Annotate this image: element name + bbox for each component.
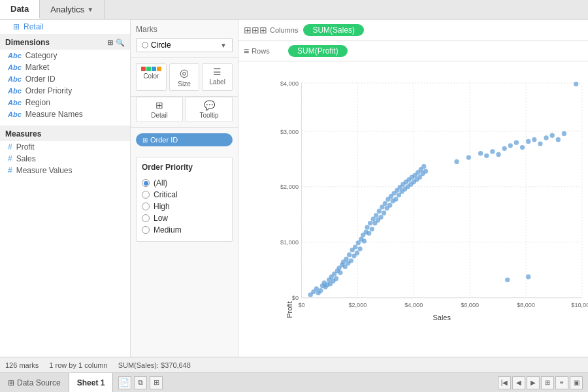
order-id-pill-icon: ⊞ <box>142 137 148 144</box>
filter-all[interactable]: (All) <box>142 177 227 189</box>
filter-medium-radio[interactable] <box>142 226 150 234</box>
rows-shelf-label: ≡ Rows <box>244 46 283 56</box>
svg-point-61 <box>365 225 369 229</box>
columns-pill[interactable]: SUM(Sales) <box>303 24 364 36</box>
color-icon <box>141 67 161 71</box>
tab-analytics[interactable]: Analytics ▼ <box>40 0 105 19</box>
nav-next-button[interactable]: ▶ <box>527 376 540 389</box>
filter-high-radio[interactable] <box>142 203 150 210</box>
measure-profit[interactable]: # Profit <box>0 141 130 153</box>
svg-point-40 <box>334 276 338 281</box>
dim-order-priority-type: Abc <box>8 87 22 95</box>
svg-point-101 <box>454 159 459 164</box>
search-icon[interactable]: 🔍 <box>116 39 125 47</box>
filter-critical-radio[interactable] <box>142 191 150 199</box>
color-button[interactable]: Color <box>136 63 167 91</box>
chart-area: $0 $1,000 $2,000 $3,000 $4,000 $0 $2,000… <box>238 61 588 357</box>
values-hash-icon: # <box>8 166 12 175</box>
nav-grid-button[interactable]: ⊞ <box>541 376 554 389</box>
dim-market[interactable]: Abc Market <box>0 61 130 73</box>
svg-text:$8,000: $8,000 <box>517 302 535 308</box>
svg-point-106 <box>496 152 500 157</box>
filter-all-radio[interactable] <box>142 179 150 187</box>
nav-list-button[interactable]: ≡ <box>555 376 568 389</box>
main-layout: ⊞ Retail Dimensions ⊞ 🔍 Abc Category Abc… <box>0 20 588 357</box>
tab-data[interactable]: Data <box>0 0 40 19</box>
svg-point-103 <box>478 151 483 155</box>
nav-prev-button[interactable]: ◀ <box>512 376 525 389</box>
svg-point-73 <box>383 201 387 206</box>
filter-medium-label: Medium <box>154 225 182 235</box>
right-panel: ⊞⊞⊞ Columns SUM(Sales) ≡ Rows SUM(Profit… <box>238 20 588 357</box>
grid-icon: ⊞ <box>107 39 113 47</box>
tooltip-button[interactable]: 💬 Tooltip <box>186 97 233 122</box>
circle-shape-icon <box>142 42 148 48</box>
filter-medium[interactable]: Medium <box>142 224 227 236</box>
columns-label-text: Columns <box>270 26 298 34</box>
measures-label: Measures <box>5 129 41 139</box>
filter-low[interactable]: Low <box>142 212 227 224</box>
svg-point-117 <box>562 131 566 136</box>
svg-point-107 <box>502 146 506 151</box>
tab-datasource[interactable]: ⊞ Data Source <box>0 373 69 392</box>
measure-sales[interactable]: # Sales <box>0 153 130 165</box>
detail-button[interactable]: ⊞ Detail <box>136 97 183 122</box>
svg-text:$0: $0 <box>298 302 304 308</box>
nav-first-button[interactable]: |◀ <box>498 376 511 389</box>
svg-point-110 <box>520 145 525 150</box>
measure-values[interactable]: # Measure Values <box>0 165 130 176</box>
svg-point-119 <box>526 274 531 279</box>
svg-point-120 <box>574 82 578 86</box>
new-dashboard-button[interactable]: ⊞ <box>150 376 163 389</box>
nav-film-button[interactable]: ▣ <box>570 376 583 389</box>
duplicate-icon: ⧉ <box>138 378 143 387</box>
svg-point-109 <box>514 140 519 145</box>
svg-point-63 <box>368 221 372 225</box>
duplicate-sheet-button[interactable]: ⧉ <box>134 376 147 389</box>
dim-order-priority[interactable]: Abc Order Priority <box>0 85 130 97</box>
svg-point-105 <box>490 149 495 154</box>
detail-label: Detail <box>151 112 168 119</box>
dim-measure-names[interactable]: Abc Measure Names <box>0 108 130 120</box>
svg-text:$0: $0 <box>292 295 299 301</box>
marks-type-dropdown[interactable]: Circle ▼ <box>136 38 233 52</box>
svg-point-116 <box>556 137 561 142</box>
bottom-tab-bar: ⊞ Data Source Sheet 1 📄 ⧉ ⊞ |◀ ◀ ▶ ⊞ ≡ ▣ <box>0 372 588 392</box>
filter-all-radio-fill <box>144 181 148 186</box>
dim-market-name: Market <box>25 63 50 72</box>
dim-order-id-name: Order ID <box>25 74 56 84</box>
order-id-pill[interactable]: ⊞ Order ID <box>136 133 233 146</box>
tab-data-label: Data <box>10 4 29 14</box>
dim-region[interactable]: Abc Region <box>0 97 130 108</box>
svg-text:$2,000: $2,000 <box>348 302 367 308</box>
dim-order-id-type: Abc <box>8 75 22 83</box>
filter-high[interactable]: High <box>142 201 227 212</box>
detail-icon: ⊞ <box>155 100 163 110</box>
svg-point-28 <box>314 286 319 291</box>
dimensions-icons: ⊞ 🔍 <box>107 39 125 47</box>
dim-category[interactable]: Abc Category <box>0 50 130 61</box>
color-label: Color <box>143 73 159 80</box>
rows-pill[interactable]: SUM(Profit) <box>288 45 348 57</box>
filter-low-radio[interactable] <box>142 214 150 222</box>
new-sheet-button[interactable]: 📄 <box>118 376 131 389</box>
label-button[interactable]: ☰ Label <box>202 63 233 91</box>
filter-section: Order Priority (All) Critical High Low <box>136 157 233 242</box>
rows-icon: ≡ <box>244 46 249 56</box>
size-button[interactable]: ◎ Size <box>169 63 200 91</box>
detail-tooltip-row: ⊞ Detail 💬 Tooltip <box>131 97 238 128</box>
svg-text:$3,000: $3,000 <box>280 129 299 135</box>
retail-source[interactable]: ⊞ Retail <box>0 20 130 34</box>
svg-text:$10,000: $10,000 <box>571 302 588 308</box>
filter-critical-label: Critical <box>154 190 178 199</box>
dim-order-id[interactable]: Abc Order ID <box>0 73 130 85</box>
marks-buttons: Color ◎ Size ☰ Label <box>131 58 238 97</box>
dim-measure-names-name: Measure Names <box>25 110 83 119</box>
svg-point-118 <box>505 278 510 282</box>
svg-point-49 <box>347 252 351 257</box>
filter-critical[interactable]: Critical <box>142 189 227 201</box>
columns-shelf-label: ⊞⊞⊞ Columns <box>244 25 298 35</box>
sheet1-label: Sheet 1 <box>77 378 105 387</box>
dim-order-priority-name: Order Priority <box>25 86 72 95</box>
tab-sheet1[interactable]: Sheet 1 <box>69 373 114 392</box>
